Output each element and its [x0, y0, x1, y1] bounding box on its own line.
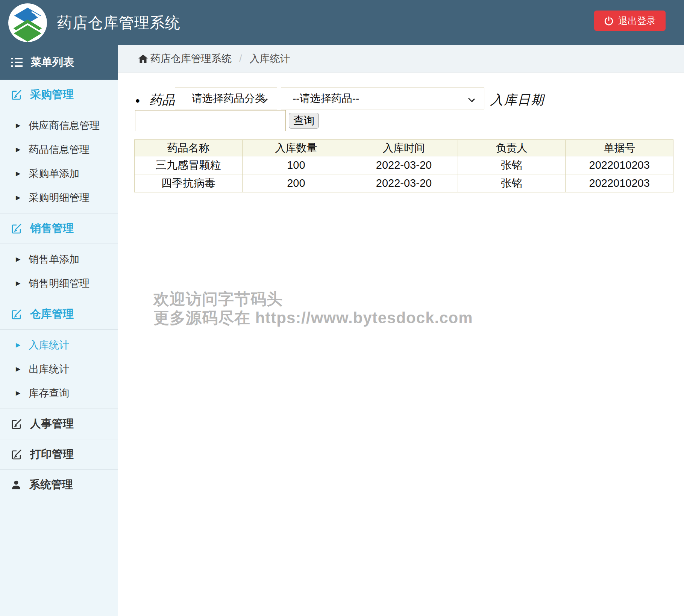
query-button[interactable]: 查询 [289, 113, 319, 129]
table-header-cell: 单据号 [566, 140, 673, 156]
watermark: 欢迎访问字节码头 更多源码尽在 https://www.bytesdock.co… [153, 290, 473, 327]
table-header-cell: 负责人 [458, 140, 566, 156]
caret-right-icon: ▶ [16, 147, 20, 153]
sidebar-section-label: 销售管理 [30, 221, 74, 236]
top-header: 药店仓库管理系统 退出登录 [0, 0, 684, 45]
sidebar-item-label: 药品信息管理 [29, 143, 89, 156]
app-logo-icon [8, 3, 47, 42]
sidebar-section-label: 采购管理 [30, 87, 74, 102]
edit-icon [11, 449, 22, 460]
table-header-cell: 入库数量 [242, 140, 350, 156]
logout-label: 退出登录 [618, 15, 656, 27]
table-body: 三九感冒颗粒1002022-03-20张铭2022010203四季抗病毒2002… [135, 156, 673, 192]
sidebar-item[interactable]: ▶销售单添加 [0, 247, 118, 271]
sidebar-section-2[interactable]: 仓库管理 [0, 299, 118, 329]
breadcrumb: 药店仓库管理系统 / 入库统计 [118, 45, 684, 73]
sidebar-section-label: 仓库管理 [30, 307, 74, 322]
table-cell: 2022-03-20 [350, 156, 458, 174]
sidebar-item-label: 采购明细管理 [29, 191, 89, 204]
watermark-line2: 更多源码尽在 https://www.bytesdock.com [153, 309, 473, 327]
date-filter-label: 入库日期 [490, 91, 544, 109]
sidebar-item[interactable]: ▶采购明细管理 [0, 186, 118, 210]
sidebar-item-label: 采购单添加 [29, 167, 79, 180]
drug-filter-label: 药品 [149, 91, 175, 109]
sidebar-section-items: ▶供应商信息管理▶药品信息管理▶采购单添加▶采购明细管理 [0, 110, 118, 213]
sidebar-item-label: 入库统计 [29, 338, 69, 352]
sidebar-item[interactable]: ▶供应商信息管理 [0, 114, 118, 138]
caret-right-icon: ▶ [16, 342, 20, 348]
sidebar-section-items: ▶销售单添加▶销售明细管理 [0, 244, 118, 299]
sidebar-header: 菜单列表 [0, 45, 118, 80]
sidebar-section-0[interactable]: 采购管理 [0, 80, 118, 110]
sidebar-section-label: 打印管理 [30, 447, 74, 462]
sidebar-item[interactable]: ▶出库统计 [0, 357, 118, 381]
sidebar-section-label: 人事管理 [30, 416, 74, 431]
table-row: 三九感冒颗粒1002022-03-20张铭2022010203 [135, 156, 673, 174]
sidebar-section-3[interactable]: 人事管理 [0, 409, 118, 439]
drug-select-value: --请选择药品-- [293, 91, 359, 106]
power-icon [604, 16, 614, 26]
table-cell: 张铭 [458, 174, 566, 192]
sidebar-item-label: 销售明细管理 [29, 277, 89, 290]
caret-right-icon: ▶ [16, 256, 20, 262]
breadcrumb-home[interactable]: 药店仓库管理系统 [150, 52, 232, 65]
sidebar-section-1[interactable]: 销售管理 [0, 213, 118, 244]
sidebar-section-label: 系统管理 [29, 477, 73, 492]
content-area: • 药品 请选择药品分类 --请选择药品-- 入库日期 查询 药品名称入库数量入… [118, 73, 684, 616]
main-area: 药店仓库管理系统 / 入库统计 • 药品 请选择药品分类 --请选择药品-- 入… [118, 45, 684, 616]
breadcrumb-separator: / [239, 53, 242, 65]
sidebar-section-5[interactable]: 系统管理 [0, 469, 118, 500]
sidebar-section-4[interactable]: 打印管理 [0, 439, 118, 469]
drug-category-select-value: 请选择药品分类 [192, 91, 265, 106]
list-bullet: • [135, 94, 140, 107]
table-header-row: 药品名称入库数量入库时间负责人单据号 [135, 140, 673, 156]
table-cell: 张铭 [458, 156, 566, 174]
page-title: 药店仓库管理系统 [57, 0, 180, 45]
sidebar-menu: 采购管理▶供应商信息管理▶药品信息管理▶采购单添加▶采购明细管理销售管理▶销售单… [0, 80, 118, 500]
drug-select[interactable]: --请选择药品-- [281, 88, 484, 109]
table-header-cell: 入库时间 [350, 140, 458, 156]
sidebar-section-items: ▶入库统计▶出库统计▶库存查询 [0, 329, 118, 409]
caret-right-icon: ▶ [16, 390, 20, 396]
sidebar-item[interactable]: ▶入库统计 [0, 333, 118, 357]
table-cell: 2022010203 [566, 156, 673, 174]
sidebar-item-label: 出库统计 [29, 362, 69, 376]
sidebar-item[interactable]: ▶销售明细管理 [0, 271, 118, 295]
table-cell: 2022010203 [566, 174, 673, 192]
table-cell: 三九感冒颗粒 [135, 156, 243, 174]
table-cell: 四季抗病毒 [135, 174, 243, 192]
caret-right-icon: ▶ [16, 195, 20, 201]
home-icon [138, 54, 148, 64]
sidebar-item[interactable]: ▶库存查询 [0, 381, 118, 405]
drug-category-select[interactable]: 请选择药品分类 [175, 88, 277, 109]
caret-right-icon: ▶ [16, 366, 20, 372]
date-input[interactable] [135, 110, 286, 131]
edit-icon [11, 89, 22, 100]
sidebar: 菜单列表 采购管理▶供应商信息管理▶药品信息管理▶采购单添加▶采购明细管理销售管… [0, 45, 118, 616]
table-row: 四季抗病毒2002022-03-20张铭2022010203 [135, 174, 673, 192]
user-icon [11, 480, 21, 490]
edit-icon [11, 223, 22, 234]
table-cell: 200 [242, 174, 350, 192]
sidebar-item[interactable]: ▶采购单添加 [0, 162, 118, 186]
inbound-stats-table: 药品名称入库数量入库时间负责人单据号 三九感冒颗粒1002022-03-20张铭… [134, 139, 673, 192]
logout-button[interactable]: 退出登录 [594, 11, 666, 31]
chevron-down-icon [468, 95, 475, 102]
sidebar-item-label: 库存查询 [29, 386, 69, 400]
edit-icon [11, 418, 22, 430]
caret-right-icon: ▶ [16, 123, 20, 129]
sidebar-item[interactable]: ▶药品信息管理 [0, 138, 118, 162]
sidebar-item-label: 销售单添加 [29, 253, 79, 266]
table-cell: 2022-03-20 [350, 174, 458, 192]
sidebar-item-label: 供应商信息管理 [29, 119, 100, 132]
list-icon [11, 58, 23, 67]
caret-right-icon: ▶ [16, 280, 20, 286]
table-header-cell: 药品名称 [135, 140, 243, 156]
caret-right-icon: ▶ [16, 171, 20, 177]
table-cell: 100 [242, 156, 350, 174]
menu-title: 菜单列表 [30, 55, 74, 70]
edit-icon [11, 309, 22, 320]
breadcrumb-current: 入库统计 [250, 52, 290, 65]
watermark-line1: 欢迎访问字节码头 [153, 290, 473, 309]
